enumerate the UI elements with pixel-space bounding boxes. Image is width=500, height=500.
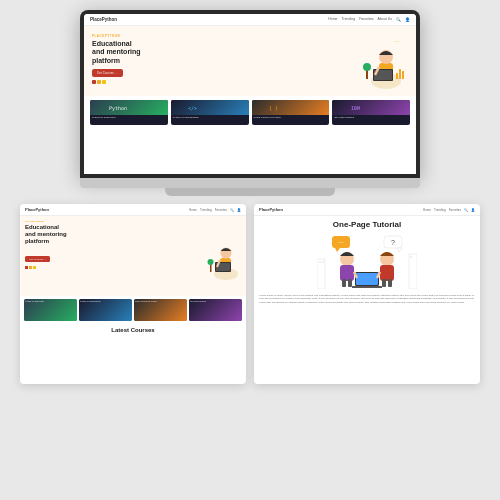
mini-left-hero-tag: PLACEPYTHON [25,220,206,223]
laptop-cta-button[interactable]: Get Courses → [92,69,123,77]
mini-course-3[interactable]: IBM Data Science [189,299,242,321]
mini-left-hero-text: PLACEPYTHON Educational and mentoring pl… [25,220,206,292]
mini-tutorial-title: One-Page Tutorial [259,221,475,230]
laptop-hero-text: PLACEPYTHON Educational and mentoring pl… [92,32,358,90]
nav-link-home[interactable]: Home [328,17,337,22]
color-dot-orange [97,80,101,84]
mini-right-tutorial: One-Page Tutorial ··· ? [254,216,480,309]
course-card-1[interactable]: </> Python 3 Programming [171,100,249,125]
decoration-dots: ··· [393,37,400,46]
laptop-mockup: PlacePython Home Trending Favorites Abou… [80,10,420,196]
svg-rect-34 [380,265,394,281]
mini-left-title-line1: Educational [25,224,59,230]
mini-left-logo: PlacePython [25,207,49,212]
laptop-nav-links: Home Trending Favorites About Us 🔍 👤 [328,17,410,22]
laptop-hero-title-line2: and mentoring [92,48,141,55]
svg-marker-24 [335,248,340,252]
laptop-hero-illustration: ··· [358,32,408,90]
laptop-hero-title: Educational and mentoring platform [92,40,358,65]
svg-rect-39 [352,286,382,288]
search-icon[interactable]: 🔍 [396,17,401,22]
mini-preview-left: PlacePython Home Trending Favorites 🔍 👤 … [20,204,246,384]
mini-course-label-0: Python for Everybody [24,299,77,303]
laptop-hero: PLACEPYTHON Educational and mentoring pl… [84,26,416,96]
user-icon[interactable]: 👤 [405,17,410,22]
svg-rect-44 [322,261,324,263]
mini-left-nav-home[interactable]: Home [189,208,197,212]
laptop-screen-inner: PlacePython Home Trending Favorites Abou… [84,14,416,174]
mini-left-courses: Python for Everybody Python 3 Programmin… [20,296,246,324]
laptop-base [80,178,420,188]
mini-course-label-1: Python 3 Programming [79,299,132,303]
svg-rect-32 [348,279,352,287]
mini-left-cta-btn[interactable]: Get Courses → [25,256,50,262]
mini-preview-right: PlacePython Home Trending Favorites 🔍 👤 … [254,204,480,384]
course-card-img-3: IBM [332,100,410,115]
nav-link-about[interactable]: About Us [378,17,392,22]
color-dot-yellow [102,80,106,84]
course-card-3[interactable]: IBM IBM Data Science [332,100,410,125]
svg-text:?: ? [391,239,395,246]
mini-color-orange [29,266,32,269]
course-card-title-0: Python for Everybody [90,115,168,120]
course-card-2[interactable]: { } Crash Course on Python [252,100,330,125]
mini-left-nav-links: Home Trending Favorites 🔍 👤 [189,208,241,212]
laptop-nav: PlacePython Home Trending Favorites Abou… [84,14,416,26]
mini-tutorial-illustration: ··· ? [259,234,475,289]
mini-left-search-icon[interactable]: 🔍 [230,208,234,212]
svg-point-7 [363,63,371,71]
mini-left-nav-trending[interactable]: Trending [200,208,212,212]
mini-left-nav-favorites[interactable]: Favorites [215,208,227,212]
mini-left-title-line3: platform [25,238,49,244]
svg-rect-35 [382,279,386,287]
course-card-img-2: { } [252,100,330,115]
bottom-previews: PlacePython Home Trending Favorites 🔍 👤 … [10,204,490,384]
course-card-0[interactable]: Python Python for Everybody [90,100,168,125]
mini-tutorial-body-text: Lorem ipsum is simply dummy text of the … [259,294,475,305]
mini-course-label-2: Crash Course on Python [134,299,187,303]
svg-rect-21 [210,264,212,272]
mini-course-2[interactable]: Crash Course on Python [134,299,187,321]
laptop-hero-title-line1: Educational [92,40,132,47]
laptop-website-preview: PlacePython Home Trending Favorites Abou… [84,14,416,174]
svg-rect-30 [340,265,354,281]
laptop-hero-title-line3: platform [92,57,120,64]
color-dot-red [92,80,96,84]
svg-text:</>: </> [188,105,197,111]
mini-left-nav: PlacePython Home Trending Favorites 🔍 👤 [20,204,246,216]
mini-right-logo: PlacePython [259,207,283,212]
main-container: PlacePython Home Trending Favorites Abou… [0,0,500,500]
mini-right-nav-home[interactable]: Home [423,208,431,212]
course-card-img-1: </> [171,100,249,115]
svg-text:···: ··· [338,239,344,246]
svg-rect-46 [410,256,412,258]
laptop-courses: Python Python for Everybody </> Python 3… [84,96,416,129]
mini-color-red [25,266,28,269]
mini-left-latest-courses-title: Latest Courses [20,324,246,336]
course-card-title-3: IBM Data Science [332,115,410,120]
mini-right-nav-links: Home Trending Favorites 🔍 👤 [423,208,475,212]
mini-course-0[interactable]: Python for Everybody [24,299,77,321]
course-card-img-0: Python [90,100,168,115]
course-card-title-2: Crash Course on Python [252,115,330,120]
laptop-nav-logo: PlacePython [90,17,117,22]
mini-left-title-line2: and mentoring [25,231,67,237]
mini-right-nav: PlacePython Home Trending Favorites 🔍 👤 [254,204,480,216]
mini-color-yellow [33,266,36,269]
svg-rect-36 [388,279,392,287]
mini-course-label-3: IBM Data Science [189,299,242,303]
mini-left-colors [25,266,206,269]
mini-right-search-icon[interactable]: 🔍 [464,208,468,212]
mini-right-nav-favorites[interactable]: Favorites [449,208,461,212]
mini-right-nav-trending[interactable]: Trending [434,208,446,212]
nav-link-favorites[interactable]: Favorites [359,17,373,22]
svg-rect-43 [319,261,321,263]
mini-left-user-icon[interactable]: 👤 [237,208,241,212]
svg-rect-45 [409,254,417,289]
svg-text:{ }: { } [268,105,277,111]
mini-right-user-icon[interactable]: 👤 [471,208,475,212]
svg-text:IBM: IBM [351,105,360,111]
mini-left-hero-title: Educational and mentoring platform [25,224,206,246]
mini-course-1[interactable]: Python 3 Programming [79,299,132,321]
nav-link-trending[interactable]: Trending [342,17,356,22]
